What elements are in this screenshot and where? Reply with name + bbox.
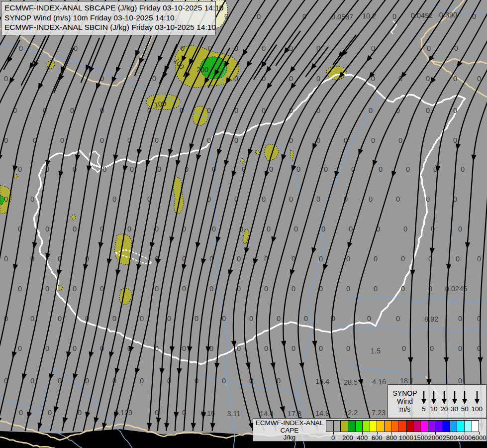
map-value-label: 0 — [392, 12, 396, 20]
map-value-label: 7.23 — [372, 409, 386, 417]
map-value-label: 0 — [396, 195, 400, 203]
map-value-label: 0 — [346, 285, 350, 293]
map-value-label: 0 — [152, 75, 156, 83]
map-value-label: 0 — [427, 44, 431, 52]
weather-map-stage: 0000000000000000000000000000000000000000… — [0, 0, 487, 448]
map-value-label: 0 — [60, 136, 64, 144]
map-value-label: 0 — [319, 255, 323, 263]
map-value-label: 0 — [18, 165, 22, 173]
map-value-label: 0 — [19, 44, 23, 52]
map-value-label: 0 — [264, 285, 268, 293]
map-value-label: 0 — [222, 377, 226, 385]
cape-color-box — [341, 420, 348, 432]
map-value-label: 0 — [30, 195, 34, 203]
cape-color-box — [457, 420, 465, 432]
cape-color-box — [348, 420, 356, 432]
map-value-label: 0 — [212, 225, 216, 233]
map-value-label: 0 — [249, 315, 253, 323]
cape-tick-label: 600 — [372, 434, 383, 442]
map-value-label: 0 — [403, 225, 407, 233]
wind-arrow-icon — [474, 390, 481, 405]
map-value-label: 0 — [304, 315, 308, 323]
cape-color-box — [370, 420, 378, 432]
wind-speed-column: 10 — [430, 390, 438, 413]
wind-arrow-icon — [451, 390, 458, 405]
map-value-label: 0 — [74, 44, 78, 52]
cape-color-box — [385, 420, 392, 432]
cape-color-box — [435, 420, 443, 432]
wind-legend-source: SYNOP — [391, 389, 419, 397]
cape-legend-parameter: CAPE — [253, 427, 326, 435]
map-value-label: 28.5 — [344, 378, 358, 386]
map-value-label: 0 — [374, 285, 378, 293]
map-value-label: 10.2 — [362, 12, 376, 20]
map-value-label: 0 — [456, 255, 460, 263]
cape-color-box — [414, 420, 421, 432]
map-value-label: 0 — [264, 344, 268, 352]
map-value-label: 0 — [292, 285, 295, 293]
map-value-label: 3.11 — [227, 410, 240, 418]
map-value-label: 0 — [289, 195, 293, 203]
map-value-label: 0 — [294, 225, 298, 233]
cape-color-box — [428, 420, 436, 432]
cape-color-box — [392, 420, 399, 432]
wind-speed-label: 20 — [440, 405, 448, 413]
wind-speed-label: 50 — [461, 405, 469, 413]
cape-patch — [255, 150, 260, 154]
map-value-label: 0 — [269, 165, 273, 173]
map-value-label: 0 — [426, 75, 430, 83]
map-value-label: 0 — [182, 285, 186, 293]
map-value-label: 0 — [401, 285, 405, 293]
map-value-label: 0 — [316, 195, 320, 203]
map-value-label: 0 — [140, 315, 144, 323]
map-value-label: 0 — [100, 136, 104, 144]
map-value-label: 0 — [458, 225, 462, 233]
cape-patch — [71, 214, 76, 221]
map-value-label: 0 — [18, 344, 22, 352]
map-value-label: 0 — [237, 344, 241, 352]
wind-legend-quantity: Wind — [391, 397, 419, 405]
map-value-label: 0 — [209, 344, 213, 352]
map-value-label: 0 — [207, 107, 211, 114]
map-value-label: 0 — [477, 255, 481, 263]
map-value-label: 0 — [4, 75, 8, 83]
map-value-label: 0 — [127, 225, 131, 233]
cape-legend-model: ECMWF-INDEX-ANAL — [253, 420, 326, 427]
title-line-sbcin: ECMWF-INDEX-ANAL SBCIN (J/kg) Friday 03-… — [4, 22, 211, 32]
cape-colorbar: 0200400600800100015002000250040006000 — [326, 419, 487, 441]
cape-patch — [265, 144, 279, 160]
map-value-label: 0 — [369, 107, 373, 114]
map-value-label: 0 — [292, 344, 295, 352]
map-value-label: 0 — [426, 195, 430, 203]
map-value-label: 0 — [262, 44, 266, 52]
map-value-label: 0 — [30, 315, 34, 323]
map-value-label: 0 — [319, 344, 323, 352]
map-value-label: 0 — [45, 225, 49, 233]
cape-tick-label: 400 — [357, 434, 368, 442]
map-value-label: 0 — [289, 75, 293, 83]
map-value-label: 0 — [379, 165, 383, 173]
map-value-label: 0 — [4, 255, 8, 263]
map-value-label: 0 — [426, 107, 430, 114]
map-value-label: 0 — [406, 165, 410, 173]
cape-color-box — [472, 420, 480, 432]
map-value-label: 8.92 — [424, 315, 438, 323]
map-value-label: 0 — [262, 195, 266, 203]
map-value-label: 0 — [324, 165, 328, 173]
map-value-label: 0 — [237, 255, 241, 263]
map-value-label: 1.5 — [371, 347, 381, 355]
neighbor-borders — [0, 0, 487, 448]
map-value-label: 0 — [112, 315, 116, 323]
cape-colorbar-boxes — [326, 420, 479, 432]
map-value-label: 0 — [155, 409, 159, 417]
map-value-label: 0 — [296, 165, 300, 173]
map-value-label: 0 — [401, 255, 405, 263]
cape-tick-label: 2000 — [428, 434, 443, 442]
wind-speed-label: 10 — [430, 405, 438, 413]
cape-tick-label: 0 — [331, 434, 335, 442]
title-box: ECMWF-INDEX-ANAL SBCAPE (J/kg) Friday 03… — [1, 1, 216, 35]
map-value-label: 0 — [4, 195, 8, 203]
map-value-label: 0 — [277, 315, 281, 323]
map-value-label: 0 — [45, 285, 49, 293]
map-value-label: 0 — [374, 255, 378, 263]
